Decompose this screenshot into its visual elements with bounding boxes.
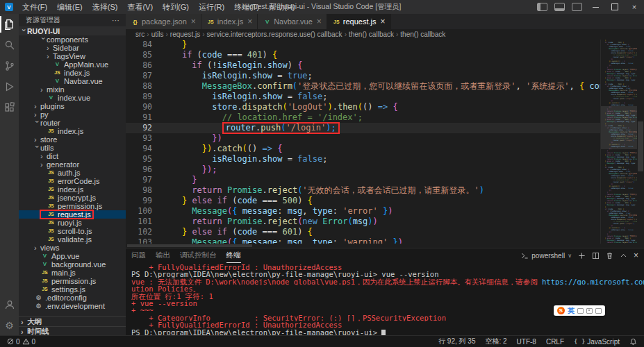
tree-item-dict[interactable]: ›dict — [19, 152, 126, 160]
toggle-panel-icon[interactable] — [554, 3, 565, 11]
code-line-96[interactable]: 96 }); — [126, 164, 601, 175]
tab-navbar-vue[interactable]: VNavbar.vue× — [258, 14, 327, 29]
menu-selection[interactable]: 选择(S) — [88, 0, 123, 14]
code-line-101[interactable]: 101 return Promise.reject(new Error(msg)… — [126, 217, 601, 227]
menu-help[interactable]: 帮助(H) — [264, 0, 299, 14]
tree-item-appmain-vue[interactable]: VAppMain.vue — [19, 60, 126, 69]
tree-item-tagsview[interactable]: ›TagsView — [19, 52, 126, 60]
cursor-position[interactable]: 行 92, 列 35 — [438, 337, 475, 346]
tree-item-settings-js[interactable]: JSsettings.js — [19, 285, 126, 294]
encoding-indicator[interactable]: UTF-8 — [517, 338, 536, 346]
code-line-90[interactable]: 90 store.dispatch('LogOut').then(() => { — [126, 102, 601, 112]
tree-item-generator[interactable]: ›generator — [19, 160, 126, 169]
minimap-slider[interactable] — [601, 106, 637, 149]
search-icon[interactable] — [0, 35, 19, 56]
ime-language-indicator[interactable]: 英 — [568, 305, 575, 316]
code-line-87[interactable]: 87 isRelogin.show = true; — [126, 71, 601, 81]
tab-index-js[interactable]: JSindex.js× — [201, 14, 258, 29]
tree-item-utils[interactable]: ›utils — [19, 144, 126, 152]
code-line-88[interactable]: 88 MessageBox.confirm('登录状态已过期，您可以继续留在该页… — [126, 81, 601, 92]
code-line-89[interactable]: 89 isRelogin.show = false; — [126, 92, 601, 102]
tree-item-sidebar[interactable]: ›Sidebar — [19, 44, 126, 52]
tree-item-errorcode-js[interactable]: JSerrorCode.js — [19, 177, 126, 185]
ime-tool-icon[interactable] — [586, 308, 593, 314]
tree-item-index-vue[interactable]: Vindex.vue — [19, 94, 126, 102]
code-line-100[interactable]: 100 Message({ message: msg, type: 'error… — [126, 206, 601, 217]
code-line-98[interactable]: 98 return Promise.reject('无效的会话，或者会话已过期，… — [126, 185, 601, 196]
tab-package-json[interactable]: {}package.json× — [126, 14, 201, 29]
explorer-more-actions-icon[interactable]: ⋯ — [112, 16, 120, 25]
timeline-section[interactable]: › 时间线 — [19, 326, 126, 336]
tab-request-js[interactable]: JSrequest.js× — [327, 14, 391, 29]
panel-tab-debug-console[interactable]: 调试控制台 — [180, 248, 217, 262]
tree-item-navbar-vue[interactable]: VNavbar.vue — [19, 77, 126, 85]
menu-run[interactable]: 运行(R) — [194, 0, 229, 14]
breadcrumb-item[interactable]: then() callback — [349, 31, 394, 38]
close-button[interactable]: × — [625, 0, 644, 14]
terminal-output[interactable]: + FullyQualifiedErrorId : UnauthorizedAc… — [126, 262, 644, 336]
close-tab-icon[interactable]: × — [317, 17, 322, 26]
tree-item-index-js[interactable]: JSindex.js — [19, 185, 126, 194]
close-tab-icon[interactable]: × — [191, 17, 196, 26]
menu-terminal[interactable]: 终端(T) — [229, 0, 264, 14]
minimap[interactable]: } if (code === 401) { if (!isRelogin.sho… — [600, 40, 637, 244]
source-control-icon[interactable] — [0, 56, 19, 76]
ime-keyboard-icon[interactable] — [577, 308, 584, 314]
extensions-icon[interactable] — [0, 97, 19, 118]
close-panel-icon[interactable]: × — [634, 251, 638, 260]
tree-item-index-js[interactable]: JSindex.js — [19, 69, 126, 77]
settings-gear-icon[interactable]: ⚙ — [0, 315, 19, 336]
menu-edit[interactable]: 编辑(E) — [52, 0, 88, 14]
tree-item-router[interactable]: ›router — [19, 119, 126, 127]
run-debug-icon[interactable] — [0, 76, 19, 97]
ime-settings-icon[interactable] — [595, 308, 602, 314]
code-line-103[interactable]: 103 Message({ message: msg, type: 'warni… — [126, 237, 601, 244]
code-line-95[interactable]: 95 isRelogin.show = false; — [126, 154, 601, 164]
tree-item-store[interactable]: ›store — [19, 135, 126, 144]
project-section-header[interactable]: › RUOYI-UI — [19, 26, 126, 35]
breadcrumb-item[interactable]: src — [135, 31, 145, 38]
tree-item-components[interactable]: ›components — [19, 35, 126, 44]
code-line-91[interactable]: 91 // location.href = '/index'; — [126, 112, 601, 123]
minimize-button[interactable] — [586, 0, 605, 14]
code-line-102[interactable]: 102 } else if (code === 601) { — [126, 227, 601, 237]
code-line-92[interactable]: 92 router.push('/login'); — [126, 123, 601, 133]
tree-item-background-vue[interactable]: Vbackground.vue — [19, 260, 126, 269]
horizontal-scrollbar[interactable] — [126, 244, 601, 248]
customize-layout-icon[interactable] — [572, 3, 582, 11]
tree-item-permission-js[interactable]: JSpermission.js — [19, 277, 126, 285]
tree-item-views[interactable]: ›views — [19, 244, 126, 252]
tree-item-index-js[interactable]: JSindex.js — [19, 127, 126, 135]
code-line-94[interactable]: 94 }).catch(() => { — [126, 144, 601, 154]
close-tab-icon[interactable]: × — [247, 17, 252, 26]
tree-item-mixin[interactable]: ›mixin — [19, 85, 126, 94]
toggle-sidebar-icon[interactable] — [537, 3, 547, 11]
kill-terminal-trash-icon[interactable] — [606, 252, 613, 260]
explorer-icon[interactable] — [0, 14, 19, 35]
language-mode[interactable]: { } JavaScript — [574, 338, 620, 346]
indent-setting[interactable]: 空格: 2 — [485, 337, 506, 346]
shell-selector[interactable]: powershell ∨ — [521, 252, 572, 260]
maximize-button[interactable] — [605, 0, 625, 14]
tree-item-main-js[interactable]: JSmain.js — [19, 269, 126, 277]
code-line-85[interactable]: 85 if (code === 401) { — [126, 50, 601, 60]
code-line-97[interactable]: 97 } — [126, 175, 601, 185]
tree-item-auth-js[interactable]: JSauth.js — [19, 169, 126, 177]
account-icon[interactable] — [0, 294, 19, 315]
panel-tab-terminal[interactable]: 终端 — [226, 248, 241, 263]
eol-indicator[interactable]: CRLF — [546, 338, 564, 346]
tree-item-permission-js[interactable]: JSpermission.js — [19, 202, 126, 210]
tree-item-plugins[interactable]: ›plugins — [19, 102, 126, 110]
menu-go[interactable]: 转到(G) — [158, 0, 194, 14]
breadcrumb-item[interactable]: then() callback — [400, 31, 445, 38]
menu-file[interactable]: 文件(F) — [17, 0, 52, 14]
breadcrumb-item[interactable]: request.js — [170, 31, 200, 38]
menu-view[interactable]: 查看(V) — [122, 0, 158, 14]
code-line-99[interactable]: 99 } else if (code === 500) { — [126, 196, 601, 206]
tree-item-env-development[interactable]: ⚙.env.development — [19, 302, 126, 310]
breadcrumb-item[interactable]: service.interceptors.response.use() call… — [207, 31, 342, 38]
tree-item-py[interactable]: ›py — [19, 110, 126, 119]
tree-item-scroll-to-js[interactable]: JSscroll-to.js — [19, 227, 126, 235]
tree-item-validate-js[interactable]: JSvalidate.js — [19, 235, 126, 244]
ime-toolbar[interactable]: S 英 — [554, 305, 605, 316]
